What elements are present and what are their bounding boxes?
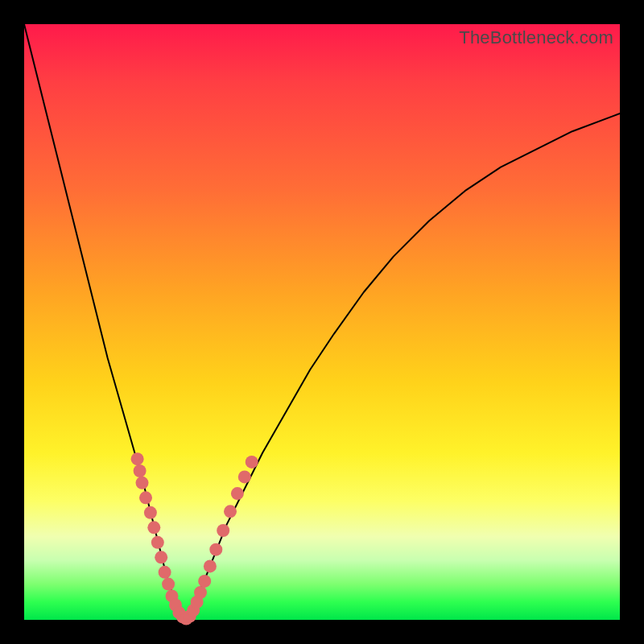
data-marker <box>147 521 160 534</box>
plot-area: TheBottleneck.com <box>24 24 620 620</box>
data-marker <box>155 551 167 564</box>
data-marker <box>151 536 164 549</box>
chart-frame: TheBottleneck.com <box>0 0 644 644</box>
data-marker <box>162 578 175 591</box>
data-marker <box>246 456 258 469</box>
bottleneck-curve-path <box>24 24 620 620</box>
data-marker <box>159 566 171 579</box>
data-marker <box>198 575 211 588</box>
data-marker <box>231 487 244 500</box>
data-marker <box>238 470 251 483</box>
data-marker <box>204 559 217 572</box>
data-marker <box>139 491 152 504</box>
data-marker <box>134 464 147 477</box>
data-marker <box>194 586 207 599</box>
marker-group <box>131 452 258 625</box>
curve-svg <box>24 24 620 620</box>
data-marker <box>209 543 222 556</box>
data-marker <box>144 506 157 519</box>
data-marker <box>217 524 229 537</box>
data-marker <box>136 477 149 489</box>
data-marker <box>131 452 144 465</box>
data-marker <box>224 505 237 518</box>
